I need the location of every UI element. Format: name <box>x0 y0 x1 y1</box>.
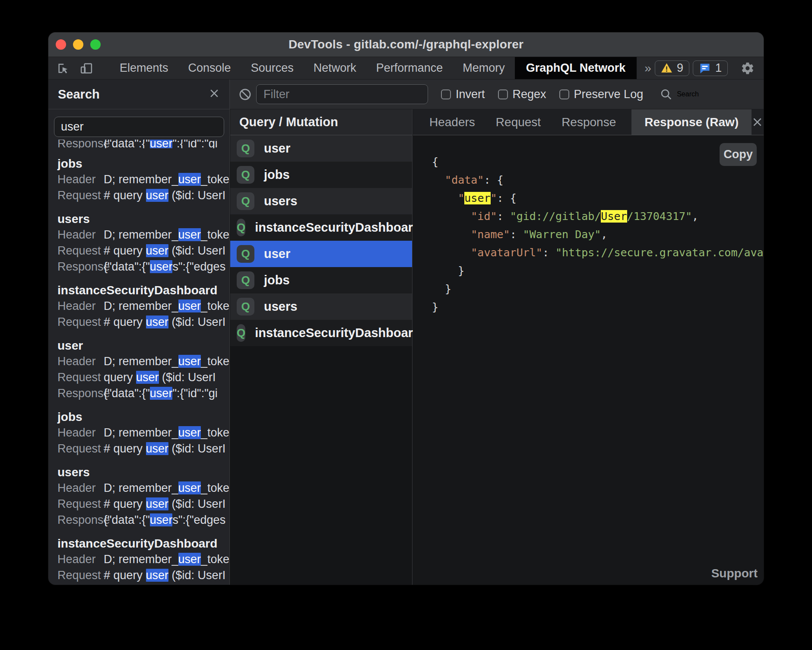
detail-tabbar: Headers Request Response Response (Raw) <box>413 109 764 135</box>
devtools-tabbar: Elements Console Sources Network Perform… <box>48 57 764 79</box>
support-link[interactable]: Support <box>711 567 758 580</box>
query-row-users[interactable]: Q users <box>230 188 412 214</box>
warning-count: 9 <box>677 61 683 75</box>
warnings-badge[interactable]: 9 <box>655 61 689 76</box>
search-result-row[interactable]: HeaderD; remember_user_token=e <box>57 425 229 441</box>
search-result-row[interactable]: Request# query user ($id: UserI <box>57 243 229 259</box>
search-result-row[interactable]: HeaderD; remember_user_token=e <box>57 480 229 496</box>
close-search-icon[interactable] <box>209 88 220 101</box>
search-result-row[interactable]: Request# query user ($id: UserI <box>57 314 229 330</box>
search-result-group: user HeaderD; remember_user_token=e Requ… <box>57 335 229 401</box>
tab-graphql-network[interactable]: GraphQL Network <box>515 57 637 79</box>
query-type-icon: Q <box>237 324 245 342</box>
panel-header-band: Search Invert Regex <box>48 79 764 109</box>
query-row-user-selected[interactable]: Q user <box>230 241 412 267</box>
search-result-row[interactable]: Request# query user ($id: UserI <box>57 441 229 457</box>
query-type-icon: Q <box>237 271 254 289</box>
search-input[interactable] <box>54 117 224 137</box>
search-result-group: users HeaderD; remember_user_token=e Req… <box>57 208 229 275</box>
search-result-row[interactable]: HeaderD; remember_user_token=e <box>57 551 229 567</box>
query-row-instance-security-dashboard[interactable]: Q instanceSecurityDashboard <box>230 214 412 241</box>
query-row-user[interactable]: Q user <box>230 135 412 162</box>
search-label: Search <box>677 90 699 98</box>
search-result-row[interactable]: Requestquery user ($id: UserI <box>57 370 229 386</box>
search-result-row[interactable]: Request# query user ($id: UserI <box>57 496 229 512</box>
issues-badge[interactable]: 1 <box>693 61 728 76</box>
preserve-log-checkbox[interactable]: Preserve Log <box>559 88 644 101</box>
query-mutation-header: Query / Mutation <box>230 109 412 135</box>
search-result-row[interactable]: Response{"data":{"users":{"edges <box>57 259 229 275</box>
search-result-row[interactable]: HeaderD; remember_user_token=e <box>57 298 229 314</box>
more-tabs-chevron-icon[interactable]: » <box>641 61 655 75</box>
search-result-row[interactable]: Response{"data":{"user":{"id":"gi <box>57 386 229 401</box>
search-result-group: jobs HeaderD; remember_user_token=e Requ… <box>57 153 229 204</box>
query-type-icon: Q <box>237 192 254 210</box>
regex-label: Regex <box>513 88 546 101</box>
issues-count: 1 <box>715 61 722 75</box>
query-type-icon: Q <box>237 166 254 184</box>
query-type-icon: Q <box>237 219 245 236</box>
search-results-list: Response{"data":{"user":{"id":"gi jobs H… <box>48 140 229 585</box>
checkbox-box <box>441 89 451 99</box>
response-raw-view: Copy { "data": { "user": { "id": "gid://… <box>413 135 764 585</box>
message-icon <box>699 62 711 74</box>
search-icon <box>660 88 672 101</box>
status-badges: 9 1 <box>655 61 728 76</box>
search-result-row[interactable]: Request# query user ($id: UserI <box>57 188 229 204</box>
query-type-icon: Q <box>237 298 254 315</box>
search-panel-header: Search <box>48 80 230 109</box>
query-row-jobs[interactable]: Q jobs <box>230 162 412 188</box>
close-detail-icon[interactable] <box>752 109 763 135</box>
tab-response[interactable]: Response <box>551 109 626 135</box>
device-toolbar-icon[interactable] <box>79 61 93 75</box>
query-mutation-panel: Query / Mutation Q user Q jobs Q users Q… <box>230 109 412 585</box>
tab-request[interactable]: Request <box>485 109 551 135</box>
search-result-row[interactable]: HeaderD; remember_user_token=e <box>57 172 229 188</box>
window-titlebar: DevTools - gitlab.com/-/graphql-explorer <box>48 32 764 57</box>
devtools-window: DevTools - gitlab.com/-/graphql-explorer… <box>48 32 764 585</box>
warning-icon <box>661 63 672 73</box>
query-list: Q user Q jobs Q users Q instanceSecurity… <box>230 135 412 346</box>
tab-sources[interactable]: Sources <box>241 57 304 79</box>
window-title: DevTools - gitlab.com/-/graphql-explorer <box>48 38 764 51</box>
tab-elements[interactable]: Elements <box>110 57 178 79</box>
search-result-row[interactable]: Response{"data":{"users":{"edges <box>57 512 229 528</box>
checkbox-box <box>559 89 569 99</box>
search-panel-title: Search <box>58 87 209 102</box>
query-type-icon: Q <box>237 245 254 263</box>
tab-memory[interactable]: Memory <box>453 57 515 79</box>
query-row-users[interactable]: Q users <box>230 293 412 320</box>
tab-response-raw[interactable]: Response (Raw) <box>631 109 752 135</box>
tab-network[interactable]: Network <box>304 57 366 79</box>
query-mutation-title: Query / Mutation <box>239 115 338 129</box>
query-type-icon: Q <box>237 140 254 157</box>
search-result-row[interactable]: HeaderD; remember_user_token=e <box>57 227 229 243</box>
checkbox-box <box>498 89 508 99</box>
tab-performance[interactable]: Performance <box>366 57 453 79</box>
search-control[interactable]: Search <box>660 88 699 101</box>
regex-checkbox[interactable]: Regex <box>498 88 546 101</box>
search-result-row[interactable]: Response{"data":{"user":{"id":"gi <box>57 140 229 148</box>
network-filter-toolbar: Invert Regex Preserve Log Search <box>230 80 764 109</box>
invert-checkbox[interactable]: Invert <box>441 88 485 101</box>
invert-label: Invert <box>456 88 485 101</box>
settings-gear-icon[interactable] <box>741 61 755 75</box>
preserve-log-label: Preserve Log <box>574 88 644 101</box>
clear-block-icon[interactable] <box>238 88 252 101</box>
search-results-panel: Response{"data":{"user":{"id":"gi jobs H… <box>48 109 230 585</box>
search-result-group: instanceSecurityDashboard HeaderD; remem… <box>57 532 229 583</box>
query-row-instance-security-dashboard[interactable]: Q instanceSecurityDashboard <box>230 320 412 346</box>
tab-headers[interactable]: Headers <box>419 109 485 135</box>
search-result-group: jobs HeaderD; remember_user_token=e Requ… <box>57 406 229 457</box>
search-result-group: users HeaderD; remember_user_token=e Req… <box>57 461 229 528</box>
search-result-row[interactable]: HeaderD; remember_user_token=e <box>57 354 229 370</box>
search-result-row[interactable]: Request# query user ($id: UserI <box>57 567 229 583</box>
inspect-element-icon[interactable] <box>56 61 70 75</box>
filter-input[interactable] <box>256 84 428 104</box>
search-result-group: instanceSecurityDashboard HeaderD; remem… <box>57 279 229 330</box>
request-detail-panel: Headers Request Response Response (Raw) … <box>413 109 764 585</box>
json-response-body: { "data": { "user": { "id": "gid://gitla… <box>432 153 764 559</box>
tab-console[interactable]: Console <box>178 57 241 79</box>
query-row-jobs[interactable]: Q jobs <box>230 267 412 293</box>
